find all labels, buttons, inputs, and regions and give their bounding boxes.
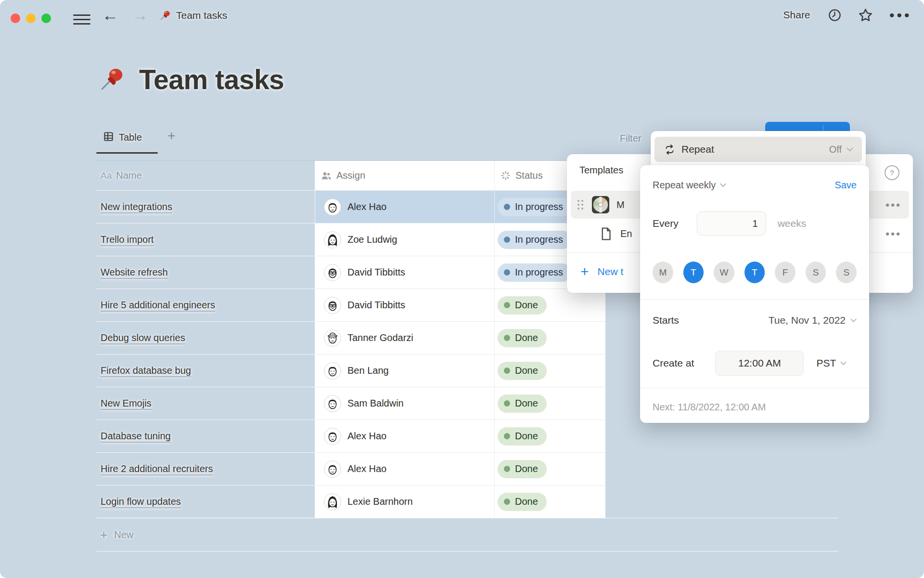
status-pill[interactable]: Done [498,329,547,347]
assignee-name: Lexie Barnhorn [347,496,413,507]
table-row[interactable]: Hire 2 additional recruiters Alex Hao Do… [96,453,605,486]
assign-cell[interactable]: Lexie Barnhorn [315,486,495,518]
assignee-avatar [324,395,341,412]
status-pill[interactable]: Done [498,493,547,511]
chevron-down-icon [840,361,847,366]
add-view-icon[interactable]: + [167,128,175,144]
people-icon [321,170,332,182]
status-spinner-icon [500,170,511,181]
weekday-toggle-F[interactable]: F [775,262,796,283]
task-name-cell[interactable]: Login flow updates [96,486,315,518]
status-pill[interactable]: In progress [498,263,572,282]
assign-cell[interactable]: David Tibbitts [315,289,495,322]
task-name: Login flow updates [101,496,181,507]
task-name-cell[interactable]: Debug slow queries [96,322,315,355]
repeat-config-popup: Repeat weekly Save Every 1 weeks MTWTFSS… [640,165,869,423]
traffic-light-minimize[interactable] [26,13,36,23]
more-options-icon[interactable]: ●●● [889,10,911,20]
status-cell[interactable]: Done [495,420,605,453]
column-header-name[interactable]: Aa Name [96,161,315,191]
assignee-name: Ben Lang [347,365,389,376]
traffic-light-zoom[interactable] [41,13,51,23]
back-arrow-icon[interactable]: ← [102,7,118,23]
filter-button[interactable]: Filter [620,133,641,144]
assign-cell[interactable]: Alex Hao [315,191,495,223]
table-row[interactable]: Firefox database bug Ben Lang Done [96,355,605,387]
assign-cell[interactable]: Zoe Ludwig [315,223,495,256]
table-row[interactable]: Website refresh David Tibbitts In progre… [96,256,605,289]
template-more-icon[interactable]: ●●● [882,200,904,209]
menu-icon[interactable] [73,14,90,25]
table-row[interactable]: New Emojis Sam Baldwin Done [96,387,605,420]
page-title: Team tasks [139,64,284,95]
template-more-icon[interactable]: ●●● [882,229,904,237]
status-dot-icon [504,466,510,472]
frequency-dropdown[interactable]: Repeat weekly [653,180,726,191]
chevron-down-icon [850,318,857,323]
table-row[interactable]: Hire 5 additional engineers David Tibbit… [96,289,605,322]
timezone-dropdown[interactable]: PST [816,357,847,369]
repeat-menu-item[interactable]: Repeat Off [654,137,862,162]
status-cell[interactable]: Done [495,387,605,420]
weekday-toggle-T[interactable]: T [744,262,765,283]
task-name: Database tuning [101,431,171,442]
starts-label: Starts [653,315,679,326]
status-cell[interactable]: Done [495,486,605,518]
task-name-cell[interactable]: New Emojis [96,387,315,420]
weekday-toggle-W[interactable]: W [714,262,734,283]
status-dot-icon [504,433,510,439]
create-time-input[interactable]: 12:00 AM [715,351,804,376]
status-pill[interactable]: In progress [498,231,572,249]
traffic-light-close[interactable] [11,13,20,23]
weekday-toggle-S[interactable]: S [806,262,826,283]
weekday-toggle-M[interactable]: M [653,262,673,283]
column-header-assign[interactable]: Assign [315,161,495,191]
table-row[interactable]: Login flow updates Lexie Barnhorn Done [96,486,605,518]
table-row[interactable]: New integrations Alex Hao In progress [96,191,605,223]
new-row-button[interactable]: + New [96,518,838,552]
pushpin-icon-large[interactable] [98,64,127,95]
status-pill[interactable]: In progress [498,198,572,216]
tab-table[interactable]: Table [103,131,142,144]
assign-cell[interactable]: David Tibbitts [315,256,495,289]
assign-cell[interactable]: Ben Lang [315,355,495,387]
status-cell[interactable]: Done [495,355,605,387]
weekday-toggle-T[interactable]: T [683,262,704,283]
task-name-cell[interactable]: Trello import [96,223,315,256]
drag-handle-icon[interactable] [578,200,585,210]
status-cell[interactable]: Done [495,453,605,486]
task-name: Trello import [101,234,154,245]
assign-cell[interactable]: Sam Baldwin [315,387,495,420]
task-name-cell[interactable]: New integrations [96,191,315,223]
table-row[interactable]: Debug slow queries Tanner Godarzi Done [96,322,605,355]
task-name-cell[interactable]: Firefox database bug [96,355,315,387]
status-pill[interactable]: Done [498,296,547,315]
status-dot-icon [504,400,510,407]
assign-cell[interactable]: Tanner Godarzi [315,322,495,355]
start-date-dropdown[interactable]: Tue, Nov 1, 2022 [769,315,857,326]
status-pill[interactable]: Done [498,394,547,413]
table-row[interactable]: Database tuning Alex Hao Done [96,420,605,453]
divider [640,299,869,300]
status-pill[interactable]: Done [498,362,547,380]
status-pill[interactable]: Done [498,460,547,478]
weekday-toggle-S[interactable]: S [836,262,857,283]
favorite-star-icon[interactable] [858,8,873,23]
task-name-cell[interactable]: Hire 2 additional recruiters [96,453,315,486]
weekday-selector: MTWTFSS [653,262,857,283]
save-button[interactable]: Save [834,180,857,191]
history-clock-icon[interactable] [828,8,842,22]
task-name-cell[interactable]: Database tuning [96,420,315,453]
status-cell[interactable]: Done [495,322,605,355]
status-pill[interactable]: Done [498,427,547,446]
status-cell[interactable]: Done [495,289,605,322]
task-name-cell[interactable]: Hire 5 additional engineers [96,289,315,322]
help-icon[interactable]: ? [885,165,899,180]
table-row[interactable]: Trello import Zoe Ludwig In progress [96,223,605,256]
assign-cell[interactable]: Alex Hao [315,453,495,486]
share-button[interactable]: Share [783,9,810,21]
interval-input[interactable]: 1 [697,211,766,236]
forward-arrow-icon[interactable]: → [132,7,148,23]
assign-cell[interactable]: Alex Hao [315,420,495,453]
task-name-cell[interactable]: Website refresh [96,256,315,289]
